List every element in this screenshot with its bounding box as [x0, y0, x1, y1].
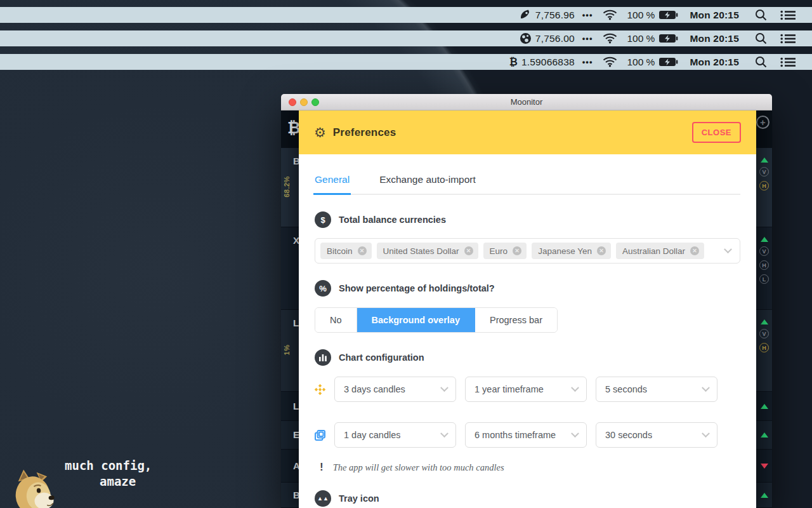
- chart-section-header: Chart configuration: [315, 349, 740, 366]
- binance-chart-config-row: 3 days candles 1 year timeframe 5 second…: [315, 377, 740, 402]
- add-coin-button[interactable]: +: [756, 116, 769, 129]
- chevron-down-icon[interactable]: [724, 245, 732, 253]
- search-icon[interactable]: [755, 9, 767, 21]
- chart-section-title: Chart configuration: [339, 352, 424, 363]
- candles-warning-text: The app will get slower with too much ca…: [333, 462, 504, 473]
- percent-icon: %: [315, 280, 331, 297]
- remove-tag-icon[interactable]: ✕: [597, 246, 606, 255]
- binance-candles-select[interactable]: 3 days candles: [334, 377, 456, 402]
- menubar-price[interactable]: 1.59066838: [521, 57, 575, 68]
- battery-icon[interactable]: [658, 34, 678, 43]
- chevron-down-icon: [440, 429, 449, 438]
- list-menu-icon[interactable]: [780, 34, 796, 44]
- segment-background-overlay[interactable]: Background overlay: [357, 308, 475, 332]
- gdax-candles-select[interactable]: 1 day candles: [334, 422, 456, 448]
- segment-no[interactable]: No: [315, 308, 357, 332]
- list-menu-icon[interactable]: [780, 57, 796, 67]
- badge-h-icon[interactable]: H: [759, 260, 769, 270]
- trend-up-icon: [761, 432, 768, 438]
- currency-tag-label: Australian Dollar: [622, 246, 685, 256]
- list-menu-icon[interactable]: [780, 10, 796, 20]
- remove-tag-icon[interactable]: ✕: [690, 246, 699, 255]
- gdax-timeframe-select[interactable]: 6 months timeframe: [465, 422, 587, 448]
- zoom-window-button[interactable]: [311, 98, 319, 106]
- battery-percent-label[interactable]: 100 %: [627, 57, 655, 68]
- preferences-modal: ⚙ Preferences CLOSE General Exchange aut…: [299, 110, 756, 508]
- tray-icon: ▲▲: [315, 490, 331, 507]
- coin-name: L: [293, 318, 299, 328]
- menubar-2: 7,756.00 ••• 100 % Mon 20:15: [0, 30, 812, 46]
- trend-up-icon: [761, 157, 768, 163]
- holdings-percent-label: 68.2%: [283, 172, 291, 201]
- trend-up-icon: [761, 493, 768, 498]
- remove-tag-icon[interactable]: ✕: [358, 246, 367, 255]
- minimize-window-button[interactable]: [300, 98, 308, 106]
- binance-interval-select[interactable]: 5 seconds: [596, 377, 717, 402]
- battery-icon[interactable]: [658, 57, 678, 67]
- candles-warning: ! The app will get slower with too much …: [315, 461, 740, 474]
- wifi-icon[interactable]: [603, 33, 617, 44]
- overflow-dots-icon[interactable]: •••: [582, 10, 593, 20]
- menubar-price[interactable]: 7,756.00: [535, 33, 575, 44]
- moonitor-window: Moonitor ₿ + B 68.2% V H X V H L: [281, 94, 772, 508]
- remove-tag-icon[interactable]: ✕: [464, 246, 473, 255]
- menubar-clock[interactable]: Mon 20:15: [690, 33, 739, 44]
- chevron-down-icon: [571, 429, 579, 438]
- preferences-header: ⚙ Preferences CLOSE: [299, 110, 756, 154]
- badge-v-icon[interactable]: V: [759, 329, 769, 338]
- battery-icon[interactable]: [658, 10, 678, 20]
- search-icon[interactable]: [755, 32, 767, 44]
- wifi-icon[interactable]: [603, 10, 617, 20]
- gdax-interval-select[interactable]: 30 seconds: [596, 422, 717, 448]
- currency-multiselect[interactable]: Bitcoin ✕ United States Dollar ✕ Euro ✕ …: [315, 238, 740, 264]
- chevron-down-icon: [440, 384, 449, 392]
- tab-general[interactable]: General: [315, 174, 350, 194]
- tab-exchange-auto-import[interactable]: Exchange auto-import: [379, 174, 476, 194]
- trend-up-icon: [761, 319, 768, 324]
- doge-caption-line1: much config,: [65, 458, 152, 472]
- gear-icon: ⚙: [314, 125, 326, 140]
- menubar-clock[interactable]: Mon 20:15: [690, 57, 739, 68]
- window-title: Moonitor: [511, 97, 543, 107]
- currency-tag-label: United States Dollar: [383, 246, 459, 256]
- badge-h-icon[interactable]: H: [759, 343, 769, 352]
- trend-up-icon: [761, 404, 768, 409]
- badge-v-icon[interactable]: V: [759, 246, 769, 256]
- window-titlebar[interactable]: Moonitor: [281, 94, 772, 110]
- percentage-section-title: Show percentage of holdings/total?: [339, 283, 495, 293]
- close-window-button[interactable]: [289, 98, 296, 106]
- wifi-icon[interactable]: [603, 57, 617, 67]
- battery-percent-label[interactable]: 100 %: [627, 33, 655, 44]
- close-preferences-button[interactable]: CLOSE: [692, 122, 741, 143]
- menubar-3: ₿ 1.59066838 ••• 100 % Mon 20:15: [0, 54, 812, 70]
- currency-tag: Euro ✕: [483, 243, 527, 259]
- badge-v-icon[interactable]: V: [759, 167, 769, 177]
- currency-tag: Australian Dollar ✕: [616, 243, 704, 259]
- badge-h-icon[interactable]: H: [759, 181, 769, 190]
- exclamation-icon: !: [320, 461, 324, 474]
- percentage-segmented-control: No Background overlay Progress bar: [315, 307, 558, 333]
- percentage-section-header: % Show percentage of holdings/total?: [315, 280, 740, 297]
- remove-tag-icon[interactable]: ✕: [513, 246, 521, 255]
- trend-down-icon: [761, 464, 768, 469]
- overflow-dots-icon[interactable]: •••: [582, 34, 593, 43]
- binance-timeframe-select[interactable]: 1 year timeframe: [465, 377, 587, 402]
- search-icon[interactable]: [755, 56, 767, 68]
- trend-up-icon: [761, 237, 768, 242]
- moon-icon[interactable]: [520, 32, 532, 44]
- currency-tag-label: Bitcoin: [327, 246, 353, 256]
- badge-l-icon[interactable]: L: [759, 274, 769, 284]
- segment-progress-bar[interactable]: Progress bar: [475, 308, 557, 332]
- overflow-dots-icon[interactable]: •••: [582, 57, 593, 67]
- preferences-tabs: General Exchange auto-import: [315, 174, 740, 195]
- doge-caption-line2: amaze: [100, 474, 136, 488]
- bitcoin-icon[interactable]: ₿: [509, 56, 518, 68]
- currency-tag-label: Japanese Yen: [538, 246, 592, 256]
- battery-percent-label[interactable]: 100 %: [627, 10, 655, 21]
- preferences-content: General Exchange auto-import $ Total bal…: [299, 154, 756, 508]
- gdax-icon: [315, 430, 325, 441]
- rocket-icon[interactable]: [520, 9, 532, 21]
- currency-tag: United States Dollar ✕: [377, 243, 478, 259]
- menubar-price[interactable]: 7,756.96: [535, 10, 575, 21]
- menubar-clock[interactable]: Mon 20:15: [690, 10, 739, 21]
